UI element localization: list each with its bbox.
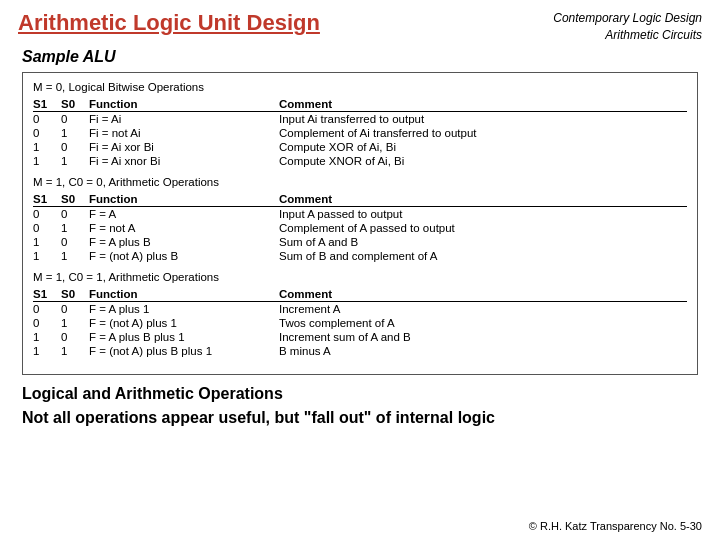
table-cell: 0 [33, 126, 61, 140]
top-right-line1: Contemporary Logic Design [553, 10, 702, 27]
table-cell: 1 [33, 344, 61, 358]
bottom-text-2: Not all operations appear useful, but "f… [22, 409, 698, 427]
table-cell: 1 [61, 154, 89, 168]
table-cell: Complement of Ai transferred to output [279, 126, 687, 140]
col-s0-header-3: S0 [61, 287, 89, 302]
table-cell: 1 [33, 235, 61, 249]
table-cell: 1 [33, 249, 61, 263]
table-cell: 0 [61, 330, 89, 344]
table-cell: F = (not A) plus B [89, 249, 279, 263]
table-cell: 1 [61, 316, 89, 330]
table-cell: 0 [33, 301, 61, 316]
table-cell: 0 [61, 301, 89, 316]
mode3-table: S1 S0 Function Comment 00F = A plus 1Inc… [33, 287, 687, 358]
top-right-info: Contemporary Logic Design Arithmetic Cir… [553, 10, 702, 44]
table-cell: Input Ai transferred to output [279, 111, 687, 126]
page-container: Arithmetic Logic Unit Design Contemporar… [0, 0, 720, 540]
table-row: 11F = (not A) plus BSum of B and complem… [33, 249, 687, 263]
table-cell: 0 [33, 111, 61, 126]
section-title: Sample ALU [22, 48, 702, 66]
col-comment-header-2: Comment [279, 192, 687, 207]
table-cell: 1 [61, 126, 89, 140]
table-cell: 1 [33, 330, 61, 344]
col-fn-header-2: Function [89, 192, 279, 207]
table-row: 11Fi = Ai xnor BiCompute XNOR of Ai, Bi [33, 154, 687, 168]
table-cell: Input A passed to output [279, 206, 687, 221]
table-cell: Twos complement of A [279, 316, 687, 330]
table-row: 01F = not AComplement of A passed to out… [33, 221, 687, 235]
table-row: 10F = A plus B plus 1Increment sum of A … [33, 330, 687, 344]
bottom-text-1: Logical and Arithmetic Operations [22, 385, 698, 403]
table-row: 00F = A plus 1Increment A [33, 301, 687, 316]
table-cell: 0 [61, 206, 89, 221]
table-cell: 0 [33, 316, 61, 330]
table-cell: F = not A [89, 221, 279, 235]
table-cell: Compute XOR of Ai, Bi [279, 140, 687, 154]
mode1-table: S1 S0 Function Comment 00Fi = AiInput Ai… [33, 97, 687, 168]
mode3-header: M = 1, C0 = 1, Arithmetic Operations [33, 271, 687, 283]
main-title: Arithmetic Logic Unit Design [18, 10, 320, 36]
table-cell: Increment sum of A and B [279, 330, 687, 344]
top-right-line2: Arithmetic Circuits [553, 27, 702, 44]
table-cell: 0 [33, 221, 61, 235]
table-cell: Compute XNOR of Ai, Bi [279, 154, 687, 168]
table-cell: F = (not A) plus 1 [89, 316, 279, 330]
col-comment-header-3: Comment [279, 287, 687, 302]
col-s1-header-2: S1 [33, 192, 61, 207]
col-s0-header-1: S0 [61, 97, 89, 112]
alu-table-container: M = 0, Logical Bitwise Operations S1 S0 … [22, 72, 698, 375]
table-row: 01F = (not A) plus 1Twos complement of A [33, 316, 687, 330]
table-row: 00F = AInput A passed to output [33, 206, 687, 221]
col-s1-header-1: S1 [33, 97, 61, 112]
table-cell: Fi = not Ai [89, 126, 279, 140]
table-row: 01Fi = not AiComplement of Ai transferre… [33, 126, 687, 140]
col-fn-header-1: Function [89, 97, 279, 112]
col-s0-header-2: S0 [61, 192, 89, 207]
col-fn-header-3: Function [89, 287, 279, 302]
table-cell: 0 [33, 206, 61, 221]
table-cell: Complement of A passed to output [279, 221, 687, 235]
table-row: 10F = A plus BSum of A and B [33, 235, 687, 249]
table-cell: 1 [61, 221, 89, 235]
table-cell: 0 [61, 111, 89, 126]
table-cell: B minus A [279, 344, 687, 358]
table-row: 10Fi = Ai xor BiCompute XOR of Ai, Bi [33, 140, 687, 154]
table-row: 11F = (not A) plus B plus 1B minus A [33, 344, 687, 358]
table-cell: Fi = Ai [89, 111, 279, 126]
col-comment-header-1: Comment [279, 97, 687, 112]
table-cell: 0 [61, 140, 89, 154]
table-cell: F = A plus 1 [89, 301, 279, 316]
table-cell: 1 [61, 249, 89, 263]
table-cell: 1 [33, 140, 61, 154]
table-cell: 1 [33, 154, 61, 168]
mode1-header: M = 0, Logical Bitwise Operations [33, 81, 687, 93]
table-cell: F = A [89, 206, 279, 221]
table-cell: F = A plus B plus 1 [89, 330, 279, 344]
table-row: 00Fi = AiInput Ai transferred to output [33, 111, 687, 126]
table-cell: Sum of A and B [279, 235, 687, 249]
table-cell: Fi = Ai xnor Bi [89, 154, 279, 168]
table-cell: Sum of B and complement of A [279, 249, 687, 263]
table-cell: F = A plus B [89, 235, 279, 249]
mode2-table: S1 S0 Function Comment 00F = AInput A pa… [33, 192, 687, 263]
header-row: Arithmetic Logic Unit Design Contemporar… [18, 10, 702, 44]
table-cell: F = (not A) plus B plus 1 [89, 344, 279, 358]
table-cell: Increment A [279, 301, 687, 316]
table-cell: Fi = Ai xor Bi [89, 140, 279, 154]
table-cell: 1 [61, 344, 89, 358]
footer-copyright: © R.H. Katz Transparency No. 5-30 [529, 520, 702, 532]
col-s1-header-3: S1 [33, 287, 61, 302]
mode2-header: M = 1, C0 = 0, Arithmetic Operations [33, 176, 687, 188]
table-cell: 0 [61, 235, 89, 249]
